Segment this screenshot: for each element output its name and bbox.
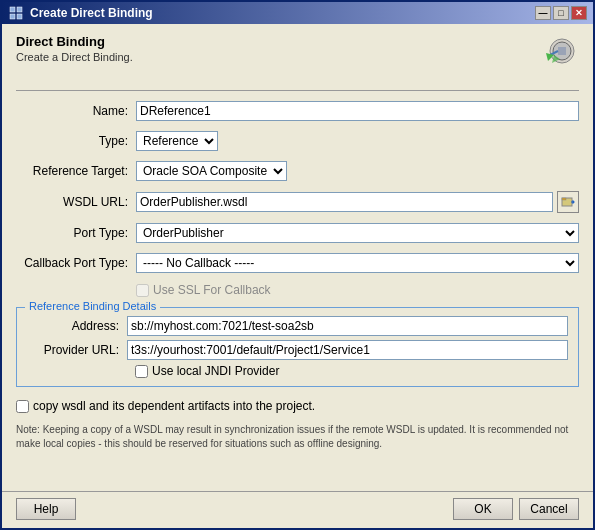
- type-select-wrapper: Reference Service: [136, 131, 579, 151]
- svg-rect-3: [17, 14, 22, 19]
- wsdl-label: WSDL URL:: [16, 195, 136, 209]
- address-row: Address:: [27, 316, 568, 336]
- name-label: Name:: [16, 104, 136, 118]
- provider-url-row: Provider URL:: [27, 340, 568, 360]
- binding-icon: [532, 35, 578, 81]
- use-ssl-row: Use SSL For Callback: [16, 283, 579, 297]
- dialog-title: Direct Binding: [16, 34, 133, 49]
- cancel-button[interactable]: Cancel: [519, 498, 579, 520]
- copy-wsdl-checkbox[interactable]: [16, 400, 29, 413]
- use-ssl-label: Use SSL For Callback: [153, 283, 271, 297]
- ref-target-row: Reference Target: Oracle SOA Composite E…: [16, 161, 579, 181]
- use-ssl-checkbox[interactable]: [136, 284, 149, 297]
- port-type-label: Port Type:: [16, 226, 136, 240]
- type-row: Type: Reference Service: [16, 131, 579, 151]
- address-label: Address:: [27, 319, 127, 333]
- group-title: Reference Binding Details: [25, 300, 160, 312]
- name-field-wrapper: [136, 101, 579, 121]
- ok-button[interactable]: OK: [453, 498, 513, 520]
- minimize-button[interactable]: —: [535, 6, 551, 20]
- window-icon: [8, 5, 24, 21]
- callback-select[interactable]: ----- No Callback -----: [136, 253, 579, 273]
- dialog-subtitle: Create a Direct Binding.: [16, 51, 133, 63]
- ref-target-select[interactable]: Oracle SOA Composite External: [136, 161, 287, 181]
- provider-url-label: Provider URL:: [27, 343, 127, 357]
- content-area: Direct Binding Create a Direct Binding. …: [2, 24, 593, 491]
- help-button[interactable]: Help: [16, 498, 76, 520]
- note-text: Note: Keeping a copy of a WSDL may resul…: [16, 423, 579, 451]
- port-type-select[interactable]: OrderPublisher: [136, 223, 579, 243]
- maximize-button[interactable]: □: [553, 6, 569, 20]
- ok-cancel-buttons: OK Cancel: [453, 498, 579, 520]
- main-window: Create Direct Binding — □ ✕ Direct Bindi…: [0, 0, 595, 530]
- callback-row: Callback Port Type: ----- No Callback --…: [16, 253, 579, 273]
- reference-binding-details-group: Reference Binding Details Address: Provi…: [16, 307, 579, 387]
- ref-target-select-wrapper: Oracle SOA Composite External: [136, 161, 579, 181]
- title-bar: Create Direct Binding — □ ✕: [2, 2, 593, 24]
- wsdl-browse-button[interactable]: [557, 191, 579, 213]
- svg-rect-1: [17, 7, 22, 12]
- ref-target-label: Reference Target:: [16, 164, 136, 178]
- header-text: Direct Binding Create a Direct Binding.: [16, 34, 133, 63]
- header-section: Direct Binding Create a Direct Binding.: [16, 34, 579, 91]
- jndi-label: Use local JNDI Provider: [152, 364, 279, 378]
- callback-select-wrapper: ----- No Callback -----: [136, 253, 579, 273]
- provider-url-input[interactable]: [127, 340, 568, 360]
- browse-icon: [561, 195, 575, 209]
- wsdl-input[interactable]: [136, 192, 553, 212]
- type-select[interactable]: Reference Service: [136, 131, 218, 151]
- svg-rect-9: [562, 198, 566, 200]
- jndi-checkbox[interactable]: [135, 365, 148, 378]
- address-input[interactable]: [127, 316, 568, 336]
- wsdl-field-wrapper: [136, 191, 579, 213]
- svg-rect-0: [10, 7, 15, 12]
- callback-label: Callback Port Type:: [16, 256, 136, 270]
- type-label: Type:: [16, 134, 136, 148]
- port-type-select-wrapper: OrderPublisher: [136, 223, 579, 243]
- name-row: Name:: [16, 101, 579, 121]
- port-type-row: Port Type: OrderPublisher: [16, 223, 579, 243]
- svg-rect-2: [10, 14, 15, 19]
- jndi-row: Use local JNDI Provider: [27, 364, 568, 378]
- button-bar: Help OK Cancel: [2, 491, 593, 528]
- window-title: Create Direct Binding: [30, 6, 153, 20]
- close-button[interactable]: ✕: [571, 6, 587, 20]
- name-input[interactable]: [136, 101, 579, 121]
- header-icon: [531, 34, 579, 82]
- title-bar-controls: — □ ✕: [535, 6, 587, 20]
- copy-wsdl-row: copy wsdl and its dependent artifacts in…: [16, 399, 579, 413]
- title-bar-left: Create Direct Binding: [8, 5, 153, 21]
- copy-wsdl-label: copy wsdl and its dependent artifacts in…: [33, 399, 315, 413]
- wsdl-row: WSDL URL:: [16, 191, 579, 213]
